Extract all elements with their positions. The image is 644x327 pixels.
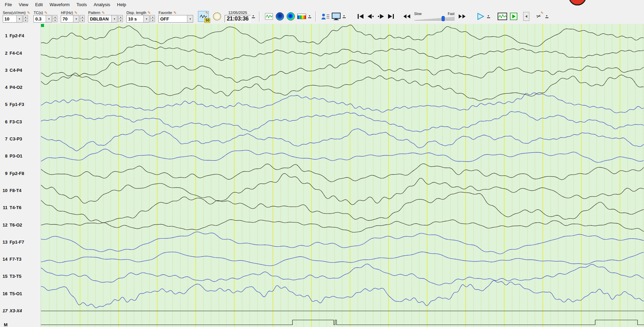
channel-label-X3-X4[interactable]: 17X3-X4 [0,308,40,314]
review-monitor-button[interactable] [497,11,508,22]
chevron-down-icon[interactable]: ▼ [16,15,22,22]
channel-label-C4-P4[interactable]: 3C4-P4 [0,67,40,73]
combo-pattern: Pattern✎DBLBAN▼▲▼ [88,10,123,23]
tc-select[interactable]: 0.3▼ [33,15,52,23]
step-forward-button[interactable] [376,13,386,20]
pencil-icon[interactable]: ✎ [74,11,77,15]
video-monitor-button[interactable] [331,11,342,22]
pattern-spinner[interactable]: ▲▼ [118,15,123,23]
menu-edit[interactable]: Edit [32,0,46,9]
patient-info-button[interactable] [320,11,331,22]
time-display[interactable]: 21:03:36 [225,15,251,23]
play-button[interactable] [475,11,486,22]
skip-start-button[interactable] [356,13,366,20]
head-map-button[interactable] [274,11,285,22]
favorite-select[interactable]: OFF▼ [158,15,193,23]
channel-label-Fp1-F7[interactable]: 13Fp1-F7 [0,239,40,245]
channel-label-F4-C4[interactable]: 2F4-C4 [0,50,40,56]
menu-waveform[interactable]: Waveform [46,0,73,9]
spinner-down-icon[interactable]: ▼ [53,18,57,22]
trend-waveform-button[interactable] [263,11,274,22]
3d-map-button[interactable] [285,11,296,22]
spinner-down-icon[interactable]: ▼ [150,18,155,22]
triangle-right-icon [380,14,384,19]
menu-file[interactable]: File [1,0,15,9]
channel-label-Fp1-F3[interactable]: 5Fp1-F3 [0,101,40,108]
channel-label-Fp2-F8[interactable]: 9Fp2-F8 [0,170,40,176]
channel-label-P4-O2[interactable]: 4P4-O2 [0,84,40,91]
pencil-icon[interactable]: ✎ [102,11,105,15]
channel-label-C3-P3[interactable]: 7C3-P3 [0,136,40,142]
channel-name: Fp1-F3 [10,102,24,107]
pattern-value: DBLBAN [88,16,111,22]
monitor-menu-arrow[interactable]: ▼ [343,15,346,18]
channel-label-T3-T5[interactable]: 15T3-T5 [0,273,40,280]
hf-label: HF(Hz) [61,11,73,15]
sens-select[interactable]: 10▼ [3,15,23,23]
chevron-down-icon[interactable]: ▼ [111,15,117,22]
channel-label-F8-T4[interactable]: 10F8-T4 [0,187,40,193]
tc-spinner[interactable]: ▲▼ [53,15,57,23]
combo-tc: TC(s)✎0.3▼▲▼ [33,10,57,23]
pattern-select[interactable]: DBLBAN▼ [88,15,117,23]
combo-favorite: Favorite✎OFF▼ [158,10,193,23]
clip-menu-arrow[interactable]: ▼ [545,15,548,18]
channel-number: 14 [0,257,8,262]
menu-tools[interactable]: Tools [73,0,90,9]
prev-page-button[interactable] [523,12,529,21]
menu-analysis[interactable]: Analysis [90,0,113,9]
menu-help[interactable]: Help [114,0,130,9]
channel-name: Fp1-F7 [10,240,24,245]
disp-length-select[interactable]: 10 s▼ [126,15,149,23]
pencil-icon[interactable]: ✎ [27,11,30,15]
chevron-down-icon[interactable]: ▼ [187,15,193,22]
disp-length-spinner[interactable]: ▲▼ [150,15,155,23]
spinner-down-icon[interactable]: ▼ [23,18,28,22]
monitor-play-button[interactable] [508,11,519,22]
channel-label-F7-T3[interactable]: 14F7-T3 [0,256,40,262]
channel-label-T6-O2[interactable]: 12T6-O2 [0,222,40,228]
spinner-down-icon[interactable]: ▼ [80,18,85,22]
pencil-icon[interactable]: ✎ [148,11,151,15]
hf-spinner[interactable]: ▲▼ [80,15,85,23]
colormap-button[interactable] [296,11,307,22]
rewind-button[interactable] [401,13,412,20]
speed-slider[interactable] [414,16,455,21]
chevron-down-icon[interactable]: ▼ [143,15,149,22]
channel-label-M[interactable]: M [0,322,40,327]
fast-forward-button[interactable] [457,13,468,20]
chevron-down-icon[interactable]: ▼ [73,15,79,22]
spinner-down-icon[interactable]: ▼ [118,18,123,22]
electrode-map-button[interactable] [212,11,223,22]
eeg-waveform-area[interactable] [41,24,644,327]
sens-spinner[interactable]: ▲▼ [23,15,28,23]
step-back-button[interactable] [366,13,376,20]
play-menu-arrow[interactable]: ▼ [487,15,490,18]
toolbar-separator [259,11,260,22]
chevron-down-icon[interactable]: ▼ [46,15,52,22]
pencil-icon[interactable]: ✎ [173,11,176,15]
channel-label-Fp2-F4[interactable]: 1Fp2-F4 [0,33,40,39]
hf-value: 70 [61,16,73,22]
channel-label-P3-O1[interactable]: 8P3-O1 [0,153,40,159]
bar-glyph [393,14,394,19]
channel-label-T5-O1[interactable]: 16T5-O1 [0,290,40,297]
bar-glyph [358,14,359,19]
head-topography-icon [276,12,284,21]
hf-select[interactable]: 70▼ [61,15,79,23]
channel-name: F3-C3 [10,119,22,124]
triangle-right-icon [462,14,466,18]
map-menu-arrow[interactable]: ▼ [308,15,311,18]
date-label: 12/05/2025 [228,11,247,15]
green-waveform-monitor-icon [498,13,507,20]
menu-view[interactable]: View [15,0,32,9]
speed-slider-thumb[interactable] [442,16,445,21]
pencil-icon[interactable]: ✎ [44,11,47,15]
channel-label-T4-T6[interactable]: 11T4-T6 [0,205,40,211]
channel-number: 17 [0,308,8,313]
skip-end-button[interactable] [386,13,396,20]
waveform-annotate-button[interactable]: ✎ 50 [198,11,209,22]
channel-label-F3-C3[interactable]: 6F3-C3 [0,119,40,125]
datetime-menu-arrow[interactable]: ▼ [252,15,255,18]
clip-tool-button[interactable]: ✂ ✎ [533,11,544,22]
